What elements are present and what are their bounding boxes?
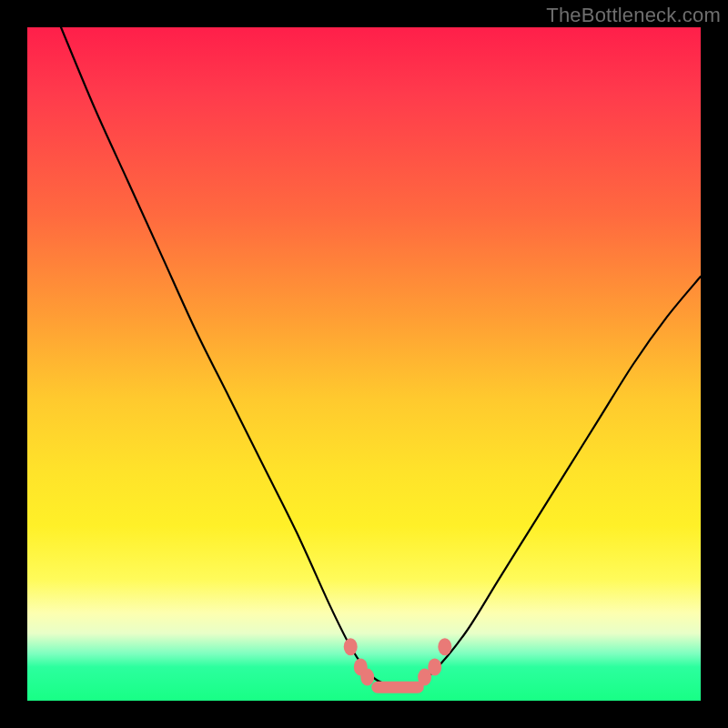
plot-area xyxy=(27,27,701,701)
curve-marker xyxy=(344,638,358,655)
marker-group xyxy=(344,638,452,685)
bottleneck-curve xyxy=(61,27,701,689)
watermark-text: TheBottleneck.com xyxy=(546,4,721,27)
curve-marker xyxy=(360,669,374,686)
curve-marker xyxy=(438,638,451,655)
chart-stage: TheBottleneck.com xyxy=(0,0,728,728)
curve-marker xyxy=(428,659,441,676)
chart-svg xyxy=(27,27,701,701)
